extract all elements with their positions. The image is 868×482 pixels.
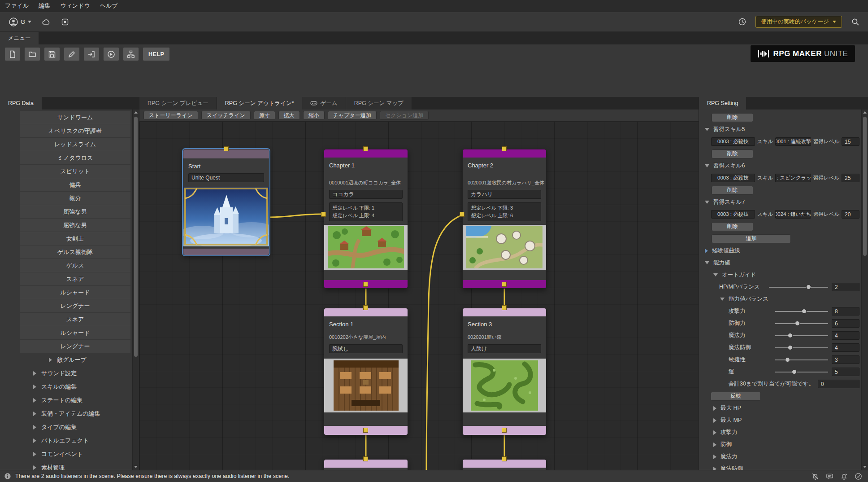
experimental-package-button[interactable]: 使用中の実験的パッケージ [755, 16, 842, 28]
rpg-data-list-item[interactable]: 屈強な男 [20, 219, 130, 232]
export-button[interactable] [83, 47, 100, 61]
skill-group-foldout[interactable]: 習得スキル7 [699, 196, 861, 208]
stat-foldout[interactable]: 魔法力 [699, 451, 861, 463]
rpg-data-list-item[interactable]: レングナー [20, 299, 130, 312]
skill-field[interactable]: 0024 : 鎌いたち [775, 210, 811, 219]
delete-skill-button[interactable]: 削除 [712, 149, 753, 158]
rpg-data-scrollbar[interactable] [132, 110, 139, 470]
rpg-data-list-item[interactable]: 親分 [20, 192, 130, 205]
tree-item-category[interactable]: 素材管理 [0, 461, 132, 470]
port-chapter2-out[interactable] [502, 282, 507, 287]
port-partial-right-in[interactable] [502, 456, 507, 461]
bell-slash-icon[interactable] [812, 473, 819, 480]
tree-item-category[interactable]: ステートの編集 [0, 394, 132, 407]
port-section1-in[interactable] [363, 305, 368, 310]
port-chapter2-left[interactable] [460, 212, 464, 217]
port-section3-in[interactable] [502, 305, 507, 310]
rpg-data-list-item[interactable]: サンドワーム [20, 111, 130, 124]
rpg-data-list-item[interactable]: ミノタウロス [20, 151, 130, 164]
delete-skill-button[interactable]: 削除 [712, 222, 753, 231]
tree-item-category[interactable]: 装備・アイテムの編集 [0, 407, 132, 421]
stat-value-field[interactable]: 5 [832, 368, 859, 376]
slider-thumb[interactable] [806, 285, 811, 289]
storyline-button[interactable]: ストーリーライン [143, 111, 198, 120]
total-points-field[interactable]: 0 [818, 380, 859, 388]
skill-group-foldout[interactable]: 習得スキル6 [699, 160, 861, 172]
search-button[interactable] [848, 16, 862, 28]
tree-item-category[interactable]: タイプの編集 [0, 421, 132, 434]
chapter2-name-field[interactable]: カラハリ [468, 190, 541, 199]
stat-value-field[interactable]: 3 [832, 355, 859, 364]
scrollbar-thumb[interactable] [134, 117, 138, 357]
slider-thumb[interactable] [788, 333, 793, 338]
rpg-data-list-item[interactable]: スピリット [20, 165, 130, 178]
chapter1-name-field[interactable]: ココカラ [329, 190, 403, 199]
stat-foldout[interactable]: 攻撃力 [699, 426, 861, 438]
switchline-button[interactable]: スイッチライン [201, 111, 251, 120]
rpg-data-list-item[interactable]: ルシャード [20, 286, 130, 299]
stat-slider[interactable] [775, 354, 828, 366]
stat-balance-foldout[interactable]: 能力値バランス [699, 293, 861, 305]
rpg-data-list-item[interactable]: 女剣士 [20, 232, 130, 245]
slider-thumb[interactable] [785, 357, 790, 362]
stat-value-field[interactable]: 4 [832, 331, 859, 340]
stat-slider[interactable] [775, 329, 828, 342]
start-node[interactable]: Start Unite Quest [183, 149, 269, 255]
rpg-data-list-item[interactable]: レッドスライム [20, 138, 130, 151]
ability-foldout[interactable]: 能力値 [699, 257, 861, 269]
stat-slider[interactable] [775, 366, 828, 378]
account-dropdown[interactable]: G [6, 17, 34, 27]
start-name-field[interactable]: Unite Quest [188, 173, 264, 182]
port-partial-left-in[interactable] [363, 456, 368, 461]
play-button[interactable] [103, 47, 119, 61]
chapter2-node[interactable]: Chapter 2 0020001遊牧民の村カラハリ_全体 カラハリ 想定レベル… [462, 149, 547, 289]
section3-node[interactable]: Section 3 0020201暗い森 人助け [462, 308, 547, 435]
rpg-data-list-item[interactable]: スネア [20, 313, 130, 326]
actual-size-button[interactable]: 原寸 [254, 111, 275, 120]
skill-group-foldout[interactable]: 習得スキル5 [699, 123, 861, 136]
services-button[interactable] [58, 16, 72, 28]
tab-rpg-data[interactable]: RPG Data [0, 97, 42, 110]
menu-help[interactable]: ヘルプ [95, 0, 123, 12]
message-icon[interactable] [826, 473, 833, 480]
add-skill-button[interactable]: 追加 [712, 234, 791, 243]
section3-name-field[interactable]: 人助け [468, 344, 541, 353]
check-circle-icon[interactable] [855, 473, 862, 480]
port-chapter1-out[interactable] [363, 282, 368, 287]
tab-scene-map[interactable]: RPG シーン マップ [346, 97, 412, 110]
rpg-data-list-item[interactable]: オベリスクの守護者 [20, 124, 130, 137]
info-icon[interactable] [4, 473, 11, 480]
tree-item-category[interactable]: コモンイベント [0, 447, 132, 461]
port-start-in[interactable] [224, 146, 229, 151]
tab-scene-outline[interactable]: RPG シーン アウトライン* [217, 97, 302, 110]
slider-thumb[interactable] [792, 369, 797, 374]
rpg-data-list-item[interactable]: スネア [20, 272, 130, 285]
stat-foldout[interactable]: 最大 MP [699, 414, 861, 426]
slider-thumb[interactable] [802, 309, 807, 314]
rpg-data-list-item[interactable]: 傭兵 [20, 178, 130, 191]
edit-button[interactable] [64, 47, 80, 61]
menu-edit[interactable]: 編集 [34, 0, 55, 12]
stat-foldout[interactable]: 最大 HP [699, 402, 861, 414]
delete-skill-button[interactable]: 削除 [712, 186, 753, 195]
history-button[interactable] [736, 16, 749, 28]
scroll-up-icon[interactable] [133, 110, 139, 115]
hpmp-balance-value[interactable]: 2 [832, 283, 859, 291]
tree-item-category[interactable]: バトルエフェクト [0, 434, 132, 447]
stat-slider[interactable] [775, 305, 828, 317]
skill-level-field[interactable]: 15 [842, 137, 859, 146]
zoom-out-button[interactable]: 縮小 [303, 111, 325, 120]
save-button[interactable] [44, 47, 60, 61]
menu-file[interactable]: ファイル [0, 0, 34, 12]
new-project-button[interactable] [4, 47, 21, 61]
outline-canvas[interactable]: Start Unite Quest [139, 122, 699, 470]
open-project-button[interactable] [24, 47, 40, 61]
port-chapter1-in[interactable] [363, 146, 368, 151]
cloud-button[interactable] [39, 16, 53, 28]
skill-type-field[interactable]: 0003 : 必殺技 [711, 210, 755, 219]
port-section3-out[interactable] [502, 428, 507, 433]
help-button[interactable]: HELP [143, 47, 170, 61]
apply-button[interactable]: 反映 [711, 392, 761, 401]
scroll-down-icon[interactable] [133, 464, 139, 470]
tab-menu-window[interactable]: メニュー [0, 32, 39, 44]
